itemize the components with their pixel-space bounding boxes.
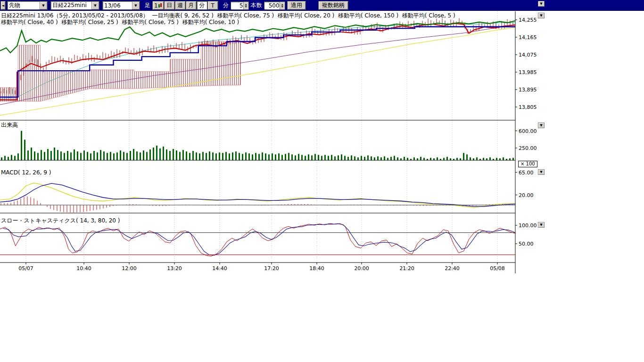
chevron-down-icon[interactable]: ▼ bbox=[132, 1, 140, 9]
toolbar: ◄ 先物 ▼ 日経225mini ▼ 13/06 ▼ 足 1 日 週 月 分 T… bbox=[0, 0, 644, 11]
spinner-icon[interactable]: ▲▼ bbox=[280, 2, 285, 9]
contract-month-select[interactable]: 13/06 ▼ bbox=[102, 1, 140, 10]
macd-axis-label: 20.00 bbox=[519, 192, 534, 198]
scroll-down-button-price[interactable]: ▼ bbox=[538, 13, 545, 18]
price-axis-label: 14,255 bbox=[519, 17, 537, 23]
period-button-day[interactable]: 日 bbox=[164, 1, 175, 10]
category-select-value: 先物 bbox=[8, 1, 40, 9]
symbol-select-value: 日経225mini bbox=[51, 1, 91, 9]
scroll-down-button-volume[interactable]: ▼ bbox=[538, 123, 545, 128]
price-axis-label: 13,895 bbox=[519, 87, 537, 93]
pane-collapse-button[interactable]: ◄ bbox=[0, 1, 6, 10]
x-axis-label: 13:20 bbox=[160, 265, 189, 272]
bars-label: 本数 bbox=[251, 1, 262, 9]
symbol-select[interactable]: 日経225mini ▼ bbox=[50, 1, 99, 10]
scroll-down-button-macd[interactable]: ▼ bbox=[538, 169, 545, 175]
period-button-week[interactable]: 週 bbox=[175, 1, 186, 10]
period-button-minute[interactable]: 分 bbox=[197, 1, 207, 10]
contract-month-select-value: 13/06 bbox=[103, 2, 132, 9]
period-button-1min-label: 1 bbox=[154, 2, 158, 9]
spinner-icon[interactable]: ▲▼ bbox=[243, 2, 248, 9]
app-window: ◄ 先物 ▼ 日経225mini ▼ 13/06 ▼ 足 1 日 週 月 分 T… bbox=[0, 0, 644, 362]
apply-button[interactable]: 適用 bbox=[287, 1, 306, 10]
chevron-down-icon[interactable]: ▼ bbox=[91, 1, 99, 9]
macd-axis-label: 65.00 bbox=[519, 170, 534, 176]
price-axis-label: 14,165 bbox=[519, 34, 537, 41]
price-axis-label: 13,805 bbox=[519, 104, 537, 110]
period-button-week-label: 週 bbox=[177, 1, 183, 9]
volume-axis-label: 250.00 bbox=[519, 145, 537, 151]
bars-input-wrap: ▲▼ bbox=[264, 1, 285, 10]
period-button-day-label: 日 bbox=[166, 1, 172, 9]
stoch-axis-label: 100.00 bbox=[519, 222, 537, 229]
period-button-month[interactable]: 月 bbox=[186, 1, 197, 10]
x-axis-label: 10:40 bbox=[70, 265, 98, 272]
x-axis-label: 05/08 bbox=[483, 265, 512, 272]
volume-axis-label: 600.00 bbox=[519, 128, 537, 134]
ashi-label: 足 bbox=[145, 1, 150, 9]
x-axis-label: 17:20 bbox=[257, 265, 286, 272]
period-button-tick-label: T bbox=[211, 2, 214, 9]
multi-symbol-button[interactable]: 複数銘柄 bbox=[318, 1, 348, 10]
x-axis-label: 21:20 bbox=[393, 265, 421, 272]
x-axis-label: 05/07 bbox=[12, 265, 40, 272]
category-select[interactable]: 先物 ▼ bbox=[7, 1, 48, 10]
price-axis-label: 13,985 bbox=[519, 69, 537, 75]
chart-canvas[interactable] bbox=[0, 0, 644, 362]
x-axis-label: 22:40 bbox=[438, 265, 466, 272]
minute-label: 分 bbox=[223, 1, 229, 9]
scroll-down-button-stoch[interactable]: ▼ bbox=[538, 222, 545, 228]
x-axis-label: 18:40 bbox=[303, 265, 331, 272]
period-button-minute-label: 分 bbox=[199, 1, 205, 9]
period-button-1min[interactable]: 1 bbox=[152, 1, 164, 10]
minute-input-wrap: ▲▼ bbox=[231, 1, 249, 10]
macd-pane-label: MACD( 12, 26, 9 ) bbox=[1, 169, 51, 176]
period-button-tick[interactable]: T bbox=[207, 1, 218, 10]
stoch-axis-label: 50.00 bbox=[519, 241, 534, 247]
volume-pane-label: 出来高 bbox=[1, 121, 18, 129]
scroll-down-button-toolbar[interactable]: ▼ bbox=[538, 1, 545, 7]
stoch-pane-label: スロー・ストキャスティクス( 14, 3, 80, 20 ) bbox=[1, 217, 120, 225]
minute-input[interactable] bbox=[231, 2, 243, 9]
price-axis-label: 14,075 bbox=[519, 52, 537, 58]
candle-icon bbox=[158, 3, 162, 8]
volume-multiplier-badge: × 100 bbox=[518, 161, 537, 167]
x-axis-label: 20:00 bbox=[347, 265, 376, 272]
x-axis-label: 14:40 bbox=[206, 265, 234, 272]
bars-input[interactable] bbox=[264, 2, 280, 9]
period-button-month-label: 月 bbox=[188, 1, 194, 9]
chart-indicators-line: 移動平均( Close, 40 ) 移動平均( Close, 25 ) 移動平均… bbox=[1, 18, 239, 26]
x-axis-label: 12:00 bbox=[115, 265, 143, 272]
chevron-down-icon[interactable]: ▼ bbox=[40, 1, 47, 9]
